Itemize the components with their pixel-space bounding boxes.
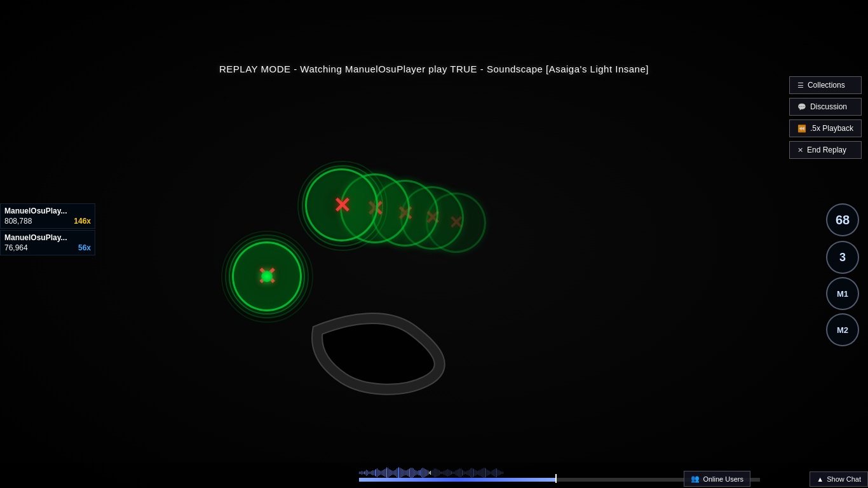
wave-bar [397,468,397,477]
wave-bar [364,471,365,474]
wave-bar [371,471,372,475]
wave-bar [462,470,463,477]
key-number-badge: 68 [826,203,859,236]
wave-bar [394,470,395,475]
progress-area: 👥 Online Users ▲ Show Chat [0,463,868,488]
wave-bar [451,471,452,475]
wave-bar [360,471,361,475]
wave-bar [362,471,362,475]
cluster-circle-1: ✕ [305,168,378,241]
wave-bar [439,470,440,475]
wave-bar [421,468,422,477]
wave-bar [458,469,459,477]
x-miss-1: ✕ [333,194,351,216]
wave-bar [445,470,445,475]
wave-bar [413,468,414,477]
wave-bar [426,470,427,476]
wave-bar [493,470,494,476]
wave-bar [500,471,501,475]
wave-bar [442,471,443,475]
wave-bar [403,470,404,476]
wave-bar [381,471,381,475]
wave-bar [496,468,497,477]
wave-bar [365,471,365,475]
wave-bar [469,470,470,477]
wave-bar [366,470,367,476]
wave-bar [375,470,376,476]
wave-bar [456,470,456,475]
wave-bar [428,470,428,475]
key-m1-badge: M1 [826,277,859,310]
wave-bar [449,470,449,477]
wave-bar [407,470,408,476]
wave-bar [438,470,438,476]
wave-bar [476,470,477,475]
wave-bar [389,469,390,477]
wave-bar [437,469,437,477]
wave-bar [481,469,482,477]
wave-bar [465,471,466,475]
wave-bar [359,471,360,474]
wave-bar [491,471,491,475]
wave-bar [434,468,435,477]
wave-bar [390,470,391,476]
wave-bar [431,470,432,475]
wave-bar [480,470,480,476]
wave-bar [379,470,380,475]
wave-bar [454,471,455,475]
wave-bar [374,470,374,475]
wave-bar [363,471,363,475]
wave-bar [488,470,489,475]
hit-circle-a: ✕ [232,241,302,311]
wave-bar [395,470,396,477]
hit-area: ✕ ✕ ✕ ✕ ✕ ✕ [0,0,868,488]
wave-bar [378,470,379,477]
wave-bar [369,471,369,475]
wave-bar [452,471,452,475]
wave-bar [461,468,461,477]
wave-bar [420,470,421,477]
wave-bar [501,471,502,474]
playback-indicator [555,474,557,483]
wave-bar [405,470,405,475]
wave-bar [416,470,416,475]
wave-bar [503,471,503,475]
wave-bar [492,470,492,475]
wave-bar [475,470,475,476]
wave-bar [446,470,447,476]
wave-bar [425,469,426,477]
online-users-icon: 👥 [691,475,700,483]
wave-bar [406,470,407,475]
online-users-button[interactable]: 👥 Online Users [684,471,750,487]
wave-bar [372,470,373,475]
game-area: REPLAY MODE - Watching ManuelOsuPlayer p… [0,0,868,488]
wave-bar [433,470,433,477]
wave-bar [468,470,468,475]
wave-bar [489,471,490,475]
wave-bar [419,470,420,475]
show-chat-button[interactable]: ▲ Show Chat [810,471,868,487]
key-m2-badge: M2 [826,313,859,346]
wave-bar [391,470,392,475]
wave-bar [485,468,486,477]
wave-bar [478,470,479,475]
wave-bar [499,470,499,475]
wave-bar [417,471,417,475]
wave-bar [402,469,403,477]
wave-bar [418,470,419,475]
wave-bar [450,470,451,475]
wave-bar [457,470,458,476]
wave-bar [487,470,487,477]
wave-bar [376,469,376,477]
cursor-dot [261,271,273,282]
key-3-badge: 3 [826,241,859,274]
wave-bar [464,471,465,475]
wave-bar [429,471,430,475]
wave-bar [470,468,471,477]
wave-bar [498,470,498,477]
wave-bar [466,471,467,475]
wave-bar [409,469,409,477]
wave-bar [367,470,368,475]
wave-bar [430,471,431,475]
key-indicators: 68 3 M1 M2 [826,203,859,346]
